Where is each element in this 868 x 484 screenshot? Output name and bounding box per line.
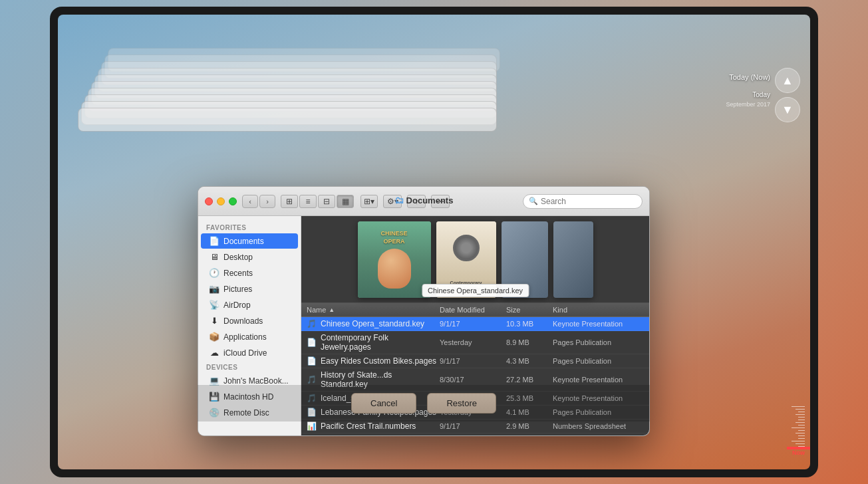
forward-button[interactable]: ›	[259, 195, 275, 208]
file-name-text-0: Chinese Opera_standard.key	[321, 319, 424, 328]
minimize-button[interactable]	[217, 197, 225, 205]
search-input[interactable]	[541, 197, 637, 206]
close-button[interactable]	[205, 197, 213, 205]
file-name-cell-0: 🎵 Chinese Opera_standard.key	[307, 319, 440, 328]
folk-jewelry-title: ContemporaryFolk Jewelry	[436, 280, 496, 292]
list-view-button[interactable]: ≡	[299, 195, 317, 208]
stacked-window-10	[78, 108, 497, 132]
desktop-icon: 🖥	[209, 252, 219, 262]
sidebar-item-downloads[interactable]: ⬇ Downloads	[201, 313, 298, 328]
file-icon-2: 📄	[307, 356, 317, 366]
sidebar-item-desktop[interactable]: 🖥 Desktop	[201, 249, 298, 265]
tm-tick	[798, 420, 805, 420]
file-size-1: 8.9 MB	[506, 338, 553, 346]
tm-up-button[interactable]: ▲	[775, 68, 800, 93]
view-buttons: ⊞ ≡ ⊟ ▦	[281, 195, 354, 208]
file-size-3: 27.2 MB	[506, 376, 553, 384]
chinese-opera-title: CHINESEOPERA	[380, 230, 407, 245]
sidebar-item-recents[interactable]: 🕐 Recents	[201, 265, 298, 281]
tm-tick	[796, 443, 805, 444]
action-button[interactable]: ⚙▾	[383, 195, 402, 208]
sidebar-documents-label: Documents	[223, 237, 264, 246]
folk-jewelry-thumbnail[interactable]: ContemporaryFolk Jewelry	[436, 221, 496, 298]
modified-column-header[interactable]: Date Modified	[440, 306, 506, 314]
size-column-header[interactable]: Size	[506, 306, 553, 314]
sidebar-item-icloud[interactable]: ☁ iCloud Drive	[201, 345, 298, 360]
sidebar-recents-label: Recents	[223, 269, 253, 278]
file-icon-0: 🎵	[307, 319, 317, 328]
tm-tick	[796, 422, 805, 423]
sidebar-pictures-label: Pictures	[223, 285, 252, 294]
tm-tick	[798, 425, 805, 425]
sidebar-item-airdrop[interactable]: 📡 AirDrop	[201, 297, 298, 312]
sidebar-applications-label: Applications	[223, 332, 267, 342]
tm-tick	[798, 435, 805, 436]
tm-tick	[796, 409, 805, 410]
tm-tick	[792, 441, 805, 441]
preview-area: CHINESEOPERA ContemporaryFolk Jewelry	[301, 216, 649, 302]
file-kind-6: Numbers Spreadsheet	[553, 422, 644, 430]
fourth-thumbnail[interactable]	[553, 221, 593, 298]
file-kind-1: Pages Publication	[553, 338, 644, 346]
name-column-header[interactable]: Name ▲	[307, 306, 440, 314]
sidebar-item-pictures[interactable]: 📷 Pictures	[201, 281, 298, 297]
screen-area: Today (Now) September 2017 Today ▲ ▼	[58, 15, 810, 469]
icon-view-button[interactable]: ⊞	[281, 195, 298, 208]
sidebar-item-documents[interactable]: 📄 Documents	[201, 233, 298, 249]
file-kind-3: Keynote Presentation	[553, 376, 644, 384]
airdrop-icon: 📡	[209, 300, 219, 310]
arrange-button[interactable]: ⊞▾	[361, 195, 378, 208]
file-name-text-2: Easy Rides Custom Bikes.pages	[321, 356, 436, 366]
sidebar-icloud-label: iCloud Drive	[223, 348, 267, 358]
favorites-label: Favorites	[198, 221, 301, 233]
search-box[interactable]: 🔍	[523, 194, 643, 209]
sidebar-downloads-label: Downloads	[223, 316, 263, 326]
file-row-0[interactable]: 🎵 Chinese Opera_standard.key 9/1/17 10.3…	[301, 317, 649, 331]
file-icon-6: 📊	[307, 422, 317, 431]
applications-icon: 📦	[209, 332, 219, 342]
tm-tick	[798, 412, 805, 412]
tm-tick	[798, 438, 805, 439]
column-view-button[interactable]: ⊟	[318, 195, 335, 208]
share-button[interactable]: ↑	[407, 195, 426, 208]
devices-label: Devices	[198, 361, 301, 372]
file-name-text-1: Contemporary Folk Jewelry.pages	[321, 333, 440, 352]
tm-tick	[796, 433, 805, 433]
gallery-view-button[interactable]: ▦	[337, 195, 354, 208]
search-icon: 🔍	[529, 197, 538, 205]
file-size-2: 4.3 MB	[506, 357, 553, 365]
file-name-text-6: Pacific Crest Trail.numbers	[321, 422, 416, 431]
macbook-icon: 💻	[209, 376, 219, 386]
tm-tick	[798, 417, 805, 418]
sidebar-item-applications[interactable]: 📦 Applications	[201, 329, 298, 344]
bikes-thumbnail[interactable]	[502, 221, 548, 298]
file-name-cell-2: 📄 Easy Rides Custom Bikes.pages	[307, 356, 440, 366]
tm-tick	[798, 430, 805, 431]
kind-column-header[interactable]: Kind	[553, 306, 644, 314]
chinese-opera-thumbnail[interactable]: CHINESEOPERA	[358, 221, 431, 298]
file-size-0: 10.3 MB	[506, 320, 553, 328]
icloud-icon: ☁	[209, 348, 219, 358]
file-row-1[interactable]: 📄 Contemporary Folk Jewelry.pages Yester…	[301, 331, 649, 354]
restore-button[interactable]: Restore	[427, 393, 496, 414]
file-kind-2: Pages Publication	[553, 357, 644, 365]
file-row-6[interactable]: 📊 Pacific Crest Trail.numbers 9/1/17 2.9…	[301, 420, 649, 433]
sort-arrow: ▲	[329, 306, 335, 313]
pictures-icon: 📷	[209, 284, 219, 294]
file-icon-3: 🎵	[307, 375, 317, 384]
tm-tick	[792, 406, 805, 407]
maximize-button[interactable]	[229, 197, 237, 205]
sidebar-macbook-label: John's MacBook...	[223, 376, 289, 386]
back-button[interactable]: ‹	[242, 195, 258, 208]
tm-tick	[796, 414, 805, 415]
dialog-buttons: Cancel Restore	[198, 385, 650, 422]
extras-button[interactable]: ⋯	[431, 195, 450, 208]
documents-icon: 📄	[209, 236, 219, 246]
sidebar-desktop-label: Desktop	[223, 253, 253, 262]
cancel-button[interactable]: Cancel	[351, 393, 416, 414]
navigation-buttons: ‹ ›	[242, 195, 275, 208]
file-modified-6: 9/1/17	[440, 422, 506, 430]
recents-icon: 🕐	[209, 268, 219, 278]
file-row-2[interactable]: 📄 Easy Rides Custom Bikes.pages 9/1/17 4…	[301, 354, 649, 368]
file-icon-1: 📄	[307, 338, 317, 347]
